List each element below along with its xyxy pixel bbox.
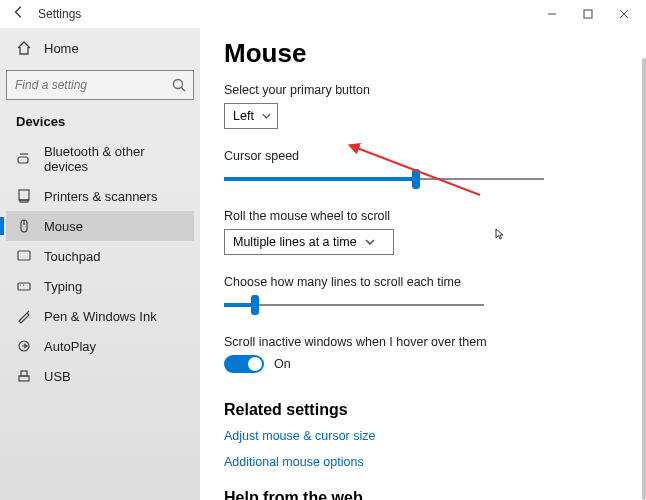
search-icon xyxy=(171,77,187,93)
sidebar-item-label: Touchpad xyxy=(44,249,100,264)
sidebar-item-autoplay[interactable]: AutoPlay xyxy=(6,331,194,361)
lines-per-scroll-slider[interactable] xyxy=(224,295,484,315)
sidebar-item-label: USB xyxy=(44,369,71,384)
sidebar-item-label: Mouse xyxy=(44,219,83,234)
lines-per-scroll-label: Choose how many lines to scroll each tim… xyxy=(224,275,622,289)
scroll-wheel-label: Roll the mouse wheel to scroll xyxy=(224,209,622,223)
sidebar-item-pen-windows-ink[interactable]: Pen & Windows Ink xyxy=(6,301,194,331)
sidebar-home[interactable]: Home xyxy=(6,34,194,62)
link-additional-mouse-options[interactable]: Additional mouse options xyxy=(224,455,622,469)
maximize-button[interactable] xyxy=(570,2,606,26)
main-panel: Mouse Select your primary button Left Cu… xyxy=(200,28,646,500)
primary-button-select[interactable]: Left xyxy=(224,103,278,129)
svg-rect-17 xyxy=(21,371,27,376)
back-button[interactable] xyxy=(12,5,26,23)
help-heading: Help from the web xyxy=(224,489,622,500)
search-box[interactable] xyxy=(6,70,194,100)
cursor-speed-label: Cursor speed xyxy=(224,149,622,163)
scroll-wheel-value: Multiple lines at a time xyxy=(233,235,357,249)
nav-icon xyxy=(16,278,32,294)
chevron-down-icon xyxy=(262,111,271,121)
sidebar-item-label: Typing xyxy=(44,279,82,294)
nav-icon xyxy=(16,248,32,264)
scroll-wheel-select[interactable]: Multiple lines at a time xyxy=(224,229,394,255)
minimize-button[interactable] xyxy=(534,2,570,26)
inactive-windows-toggle[interactable] xyxy=(224,355,264,373)
svg-rect-12 xyxy=(18,251,30,260)
sidebar-item-bluetooth-other-devices[interactable]: Bluetooth & other devices xyxy=(6,137,194,181)
svg-rect-13 xyxy=(18,283,30,290)
window-title: Settings xyxy=(38,7,81,21)
sidebar-section-title: Devices xyxy=(6,114,194,129)
search-input[interactable] xyxy=(15,78,167,92)
sidebar-item-typing[interactable]: Typing xyxy=(6,271,194,301)
chevron-down-icon xyxy=(365,237,375,247)
sidebar-item-label: AutoPlay xyxy=(44,339,96,354)
svg-point-4 xyxy=(174,80,183,89)
cursor-icon xyxy=(495,228,507,240)
nav-icon xyxy=(16,151,32,167)
sidebar-item-printers-scanners[interactable]: Printers & scanners xyxy=(6,181,194,211)
cursor-speed-slider[interactable] xyxy=(224,169,544,189)
svg-line-5 xyxy=(182,88,186,92)
nav-icon xyxy=(16,338,32,354)
inactive-windows-state: On xyxy=(274,357,291,371)
vertical-scrollbar[interactable] xyxy=(642,58,646,500)
sidebar-home-label: Home xyxy=(44,41,79,56)
link-adjust-cursor-size[interactable]: Adjust mouse & cursor size xyxy=(224,429,622,443)
sidebar-item-label: Bluetooth & other devices xyxy=(44,144,184,174)
nav-icon xyxy=(16,368,32,384)
related-settings-heading: Related settings xyxy=(224,401,622,419)
sidebar-item-mouse[interactable]: Mouse xyxy=(6,211,194,241)
svg-rect-1 xyxy=(584,10,592,18)
primary-button-label: Select your primary button xyxy=(224,83,622,97)
primary-button-value: Left xyxy=(233,109,254,123)
nav-icon xyxy=(16,308,32,324)
svg-rect-18 xyxy=(19,376,29,381)
svg-rect-8 xyxy=(19,190,29,200)
home-icon xyxy=(16,40,32,56)
nav-icon xyxy=(16,188,32,204)
sidebar: Home Devices Bluetooth & other devicesPr… xyxy=(0,28,200,500)
close-button[interactable] xyxy=(606,2,642,26)
sidebar-item-label: Pen & Windows Ink xyxy=(44,309,157,324)
sidebar-item-usb[interactable]: USB xyxy=(6,361,194,391)
inactive-windows-label: Scroll inactive windows when I hover ove… xyxy=(224,335,622,349)
titlebar: Settings xyxy=(0,0,646,28)
nav-icon xyxy=(16,218,32,234)
svg-rect-9 xyxy=(20,200,28,202)
page-title: Mouse xyxy=(224,38,622,69)
sidebar-item-touchpad[interactable]: Touchpad xyxy=(6,241,194,271)
sidebar-item-label: Printers & scanners xyxy=(44,189,157,204)
svg-rect-6 xyxy=(18,157,28,163)
